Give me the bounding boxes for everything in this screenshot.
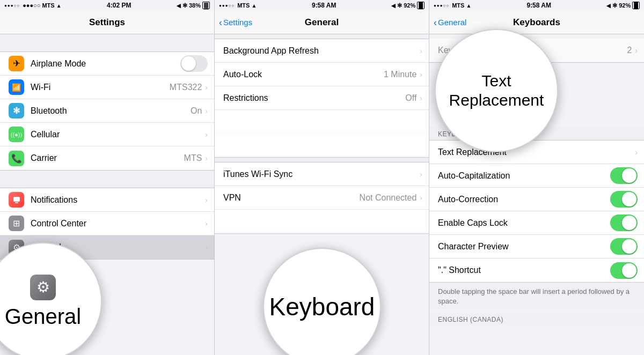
list-item-period-shortcut[interactable]: "." Shortcut	[429, 258, 644, 282]
list-item-control-center[interactable]: ⊞ Control Center ›	[0, 212, 214, 235]
bg-refresh-label: Background App Refresh	[223, 46, 420, 56]
signal-dots-3: ●●●○○	[434, 3, 449, 8]
restrictions-label: Restrictions	[223, 93, 405, 103]
magnifier-label-3: Text Replacement	[436, 66, 557, 115]
list-item-auto-cap[interactable]: Auto-Capitalization	[429, 164, 644, 188]
carrier-chevron: ›	[205, 154, 208, 162]
nav-title-2: General	[305, 17, 339, 28]
period-shortcut-description: Double tapping the space bar will insert…	[429, 283, 644, 310]
restrictions-value: Off	[405, 93, 416, 103]
carrier-label: Carrier	[31, 153, 184, 163]
magnifier-label-2: Keyboard	[269, 292, 375, 321]
signal-dots-2: ●●●○○	[219, 3, 235, 8]
section-gap-3	[215, 34, 429, 39]
magnifier-label-1: General	[5, 305, 81, 329]
list-item-auto-correction[interactable]: Auto-Correction	[429, 188, 644, 211]
list-item-vpn[interactable]: VPN Not Connected ›	[215, 186, 429, 210]
blurred-row-2	[215, 134, 429, 157]
svg-rect-0	[13, 197, 20, 202]
carrier-icon: 📞	[9, 151, 24, 166]
notifications-label: Notifications	[31, 195, 205, 205]
list-item-notifications[interactable]: Notifications ›	[0, 188, 214, 212]
list-item-cellular[interactable]: ((●)) Cellular ›	[0, 123, 214, 146]
bluetooth-icon-1: ✻	[182, 2, 187, 9]
keyboards-panel: ●●●○○ MTS ▲ 9:58 AM ◀ ✻ 92% █ ‹ General …	[429, 0, 644, 355]
svg-rect-1	[15, 202, 18, 203]
airplane-toggle[interactable]	[180, 55, 208, 72]
status-left-1: ●●●○○ ●●●○○ MTS ▲	[4, 2, 62, 9]
char-preview-label: Character Preview	[438, 242, 610, 252]
auto-correction-label: Auto-Correction	[438, 195, 610, 204]
list-item-bg-refresh[interactable]: Background App Refresh ›	[215, 39, 429, 63]
list-group-general-2: iTunes Wi-Fi Sync › VPN Not Connected ›	[215, 162, 429, 234]
list-item-carrier[interactable]: 📞 Carrier MTS ›	[0, 146, 214, 170]
settings-panel: ●●●○○ ●●●○○ MTS ▲ 4:02 PM ◀ ✻ 38% ▓ Sett…	[0, 0, 215, 355]
notifications-icon	[9, 192, 24, 208]
period-shortcut-toggle[interactable]	[610, 262, 638, 279]
back-label-3: General	[438, 18, 466, 27]
carrier-1: ●●●○○ MTS	[23, 2, 55, 9]
vpn-value: Not Connected	[360, 193, 417, 203]
signal-arrow-3: ▲	[466, 3, 471, 9]
signal-dots-1: ●●●○○	[4, 3, 20, 8]
char-preview-toggle[interactable]	[610, 238, 638, 255]
nav-bar-1: Settings	[0, 11, 214, 34]
auto-lock-label: Auto-Lock	[223, 70, 384, 79]
itunes-wifi-chevron: ›	[420, 170, 422, 179]
caps-lock-label: Enable Caps Lock	[438, 218, 610, 228]
time-1: 4:02 PM	[107, 2, 131, 9]
auto-lock-chevron: ›	[420, 70, 422, 79]
list-item-wifi[interactable]: 📶 Wi-Fi MTS322 ›	[0, 76, 214, 99]
battery-percent-2: 92%	[404, 2, 415, 9]
itunes-wifi-label: iTunes Wi-Fi Sync	[223, 169, 420, 179]
vpn-label: VPN	[223, 193, 360, 203]
caps-lock-toggle[interactable]	[610, 215, 638, 231]
nav-bar-2: ‹ Settings General	[215, 11, 429, 34]
keyboards-content: Keyboards 2 › Text Replacement	[429, 34, 644, 63]
keyboard-count-value: 2	[627, 46, 632, 55]
bg-refresh-chevron: ›	[420, 47, 422, 55]
list-group-1: ✈ Airplane Mode 📶 Wi-Fi MTS322 › ✻ Bluet…	[0, 51, 214, 171]
list-item-char-preview[interactable]: Character Preview	[429, 235, 644, 258]
bluetooth-icon-2: ✻	[397, 2, 402, 9]
list-item-itunes-wifi[interactable]: iTunes Wi-Fi Sync ›	[215, 162, 429, 186]
status-bar-2: ●●●○○ MTS ▲ 9:58 AM ◀ ✻ 92% █	[215, 0, 429, 11]
status-right-1: ◀ ✻ 38% ▓	[177, 2, 210, 9]
battery-icon-3: █	[632, 2, 640, 9]
nav-bar-3: ‹ General Keyboards	[429, 11, 644, 34]
auto-cap-toggle[interactable]	[610, 167, 638, 184]
nav-title-1: Settings	[89, 17, 125, 28]
list-item-caps-lock[interactable]: Enable Caps Lock	[429, 211, 644, 235]
section-gap-1	[0, 34, 214, 51]
list-item-bluetooth[interactable]: ✻ Bluetooth On ›	[0, 99, 214, 123]
control-center-chevron: ›	[205, 219, 208, 228]
restrictions-chevron: ›	[420, 94, 422, 102]
vpn-chevron: ›	[420, 194, 422, 202]
signal-arrow-1: ▲	[56, 3, 62, 9]
notifications-chevron: ›	[205, 196, 208, 204]
list-item-auto-lock[interactable]: Auto-Lock 1 Minute ›	[215, 63, 429, 86]
auto-correction-toggle[interactable]	[610, 191, 638, 208]
carrier-2: MTS	[237, 2, 250, 9]
list-item-text-replacement[interactable]: Text Replacement ›	[429, 140, 644, 164]
wifi-chevron: ›	[205, 83, 208, 92]
battery-icon-2: █	[417, 2, 425, 9]
list-item-restrictions[interactable]: Restrictions Off ›	[215, 86, 429, 110]
list-item-airplane[interactable]: ✈ Airplane Mode	[0, 52, 214, 76]
nav-back-2[interactable]: ‹ Settings	[219, 18, 252, 27]
status-left-3: ●●●○○ MTS ▲	[434, 2, 471, 9]
nav-back-3[interactable]: ‹ General	[434, 18, 466, 27]
general-chevron: ›	[205, 243, 208, 252]
location-icon-2: ◀	[391, 3, 396, 9]
signal-arrow-2: ▲	[251, 3, 257, 9]
cellular-label: Cellular	[31, 130, 205, 139]
auto-lock-value: 1 Minute	[384, 70, 416, 79]
cellular-icon: ((●))	[9, 127, 24, 142]
nav-title-3: Keyboards	[513, 17, 560, 28]
control-center-label: Control Center	[31, 219, 205, 228]
bluetooth-icon: ✻	[9, 103, 24, 119]
time-2: 9:58 AM	[312, 2, 336, 9]
wifi-value: MTS322	[170, 83, 202, 92]
blurred-row-3	[215, 210, 429, 233]
text-replacement-magnifier: Text Replacement	[435, 29, 558, 152]
